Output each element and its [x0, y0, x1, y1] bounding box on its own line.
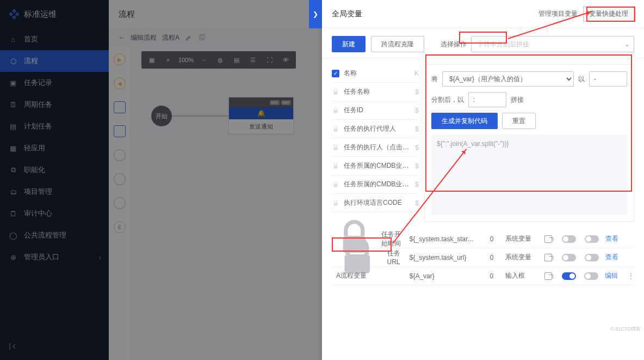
lock-icon: [332, 88, 339, 96]
op-select-placeholder: 字符串分割后拼接: [477, 40, 529, 49]
row-action-link[interactable]: 查看: [605, 253, 618, 261]
svg-rect-3: [334, 110, 338, 113]
palette-start-icon[interactable]: ▶: [114, 53, 126, 65]
row-name: 任务URL: [387, 249, 405, 266]
tb-zoom-out-icon[interactable]: +: [161, 53, 175, 67]
lock-icon: [332, 162, 339, 170]
svg-rect-2: [334, 91, 338, 94]
chevron-down-icon: ⌄: [624, 40, 630, 48]
var-row[interactable]: 执行环境语言CODE$: [332, 194, 419, 212]
var-row[interactable]: 任务所属的CMDB业务名称$: [332, 157, 419, 175]
sidebar-item-5[interactable]: ▦轻应用: [0, 137, 109, 159]
row-action-link[interactable]: 编辑: [605, 272, 618, 279]
palette-task-icon[interactable]: [114, 101, 126, 113]
task-node-send[interactable]: MSMR 🔔 发送通知: [228, 97, 294, 135]
more-icon[interactable]: ⋮: [628, 272, 634, 280]
row-action-link[interactable]: 查看: [605, 235, 618, 242]
op-label: 选择操作: [441, 40, 467, 49]
palette-gateway-exclusive-icon[interactable]: [111, 170, 128, 187]
sidebar-item-7[interactable]: 🗂项目管理: [0, 181, 109, 203]
sidebar-item-9[interactable]: ◯公共流程管理: [0, 224, 109, 246]
tb-eye-icon[interactable]: 👁: [278, 53, 293, 67]
var-row[interactable]: 任务名称$: [332, 83, 419, 101]
sidebar-item-2[interactable]: ▣任务记录: [0, 72, 109, 94]
sidebar-item-label: 审计中心: [24, 209, 52, 218]
tb-select-icon[interactable]: ▦: [145, 53, 159, 67]
role-icon: ⧉: [9, 166, 17, 174]
tb-list-icon[interactable]: ☰: [246, 53, 260, 67]
sidebar-item-0[interactable]: ⌂首页: [0, 28, 109, 50]
join-char-input[interactable]: [468, 92, 506, 107]
var-row[interactable]: 任务的执行人（点击开始执...$: [332, 138, 419, 157]
crumb-edit[interactable]: 编辑流程: [131, 33, 157, 42]
sidebar-item-3[interactable]: 🗓周期任务: [0, 94, 109, 115]
sidebar-item-1[interactable]: ⬡流程: [0, 50, 109, 72]
split-char-input[interactable]: [589, 71, 627, 87]
tb-globe-icon[interactable]: ◍: [213, 53, 227, 67]
svg-rect-6: [334, 166, 338, 168]
pencil-icon[interactable]: [185, 34, 193, 41]
start-node[interactable]: 开始: [151, 106, 172, 126]
sidebar-item-4[interactable]: ▤计划任务: [0, 115, 109, 137]
generate-copy-button[interactable]: 生成并复制代码: [431, 113, 498, 129]
var-name: 任务所属的CMDB业务名称: [344, 161, 411, 170]
tb-zoom-in-icon[interactable]: −: [197, 53, 211, 67]
palette-end-icon[interactable]: ◀: [114, 77, 126, 89]
var-row[interactable]: 名称K: [332, 64, 419, 83]
var-row[interactable]: 任务ID$: [332, 101, 419, 120]
node-tag-mr: MR: [281, 100, 291, 105]
svg-rect-8: [334, 203, 338, 205]
flow-edge: [172, 115, 228, 117]
op-select[interactable]: 字符串分割后拼接 ⌄: [471, 36, 634, 52]
sidebar-item-8[interactable]: 🗒审计中心: [0, 203, 109, 224]
toggle-required[interactable]: [584, 272, 598, 280]
sidebar-item-10[interactable]: ⊕管理员入口›: [0, 246, 109, 268]
brand-label: 标准运维: [24, 9, 57, 20]
tb-note-icon[interactable]: ▤: [230, 53, 244, 67]
toggle-required[interactable]: [585, 235, 599, 243]
tb-fullscreen-icon[interactable]: ⛶: [262, 53, 276, 67]
checkbox[interactable]: [332, 70, 339, 77]
palette-subflow-icon[interactable]: [114, 125, 126, 137]
palette-conditional-icon[interactable]: €: [114, 221, 126, 233]
sidebar-collapse-icon[interactable]: [9, 342, 17, 352]
card-l2a: 分割后，以: [431, 95, 464, 105]
show-icon[interactable]: [544, 272, 552, 280]
sidebar-item-6[interactable]: ⧉职能化: [0, 159, 109, 181]
row-key: ${_system.task_url}: [410, 254, 478, 261]
watermark: © 51CTO博客: [610, 326, 641, 333]
var-quick-process-button[interactable]: 变量快捷处理: [583, 7, 634, 22]
manage-project-vars-button[interactable]: 管理项目变量: [533, 7, 583, 22]
home-icon: ⌂: [9, 35, 17, 44]
copy-icon[interactable]: [198, 34, 206, 41]
panel-collapse-icon[interactable]: ❯: [309, 0, 322, 28]
chevron-right-icon: ›: [99, 253, 101, 261]
back-icon[interactable]: ←: [119, 34, 125, 41]
toggle-show[interactable]: [562, 235, 576, 243]
card-l1b: 以: [578, 75, 585, 84]
svg-rect-4: [334, 129, 338, 131]
palette-gateway-parallel-icon[interactable]: [111, 147, 128, 163]
admin-icon: ⊕: [9, 253, 17, 261]
show-icon[interactable]: [544, 235, 552, 243]
toggle-show[interactable]: [562, 254, 576, 261]
svg-rect-5: [334, 147, 338, 150]
brand-icon: [9, 9, 20, 20]
sidebar-item-label: 周期任务: [24, 100, 52, 109]
toggle-show[interactable]: [562, 272, 576, 280]
clone-button[interactable]: 跨流程克隆: [371, 36, 424, 52]
var-name: 任务的执行代理人: [344, 124, 411, 133]
new-button[interactable]: 新建: [332, 36, 366, 52]
lock-icon: [332, 199, 339, 207]
palette-gateway-converge-icon[interactable]: [111, 194, 128, 211]
var-select[interactable]: ${A_var}（用户输入的值）: [442, 71, 574, 87]
var-row[interactable]: 任务所属的CMDB业务ID$: [332, 175, 419, 194]
var-row[interactable]: 任务的执行代理人$: [332, 120, 419, 138]
var-name: 任务所属的CMDB业务ID: [344, 180, 411, 189]
row-name: A流程变量: [336, 271, 367, 280]
toggle-required[interactable]: [585, 254, 599, 261]
left-sidebar: 标准运维 ⌂首页⬡流程▣任务记录🗓周期任务▤计划任务▦轻应用⧉职能化🗂项目管理🗒…: [0, 0, 109, 360]
reset-button[interactable]: 重置: [502, 113, 536, 129]
row-key: ${_system.task_star...: [410, 235, 478, 243]
show-icon[interactable]: [544, 254, 552, 261]
